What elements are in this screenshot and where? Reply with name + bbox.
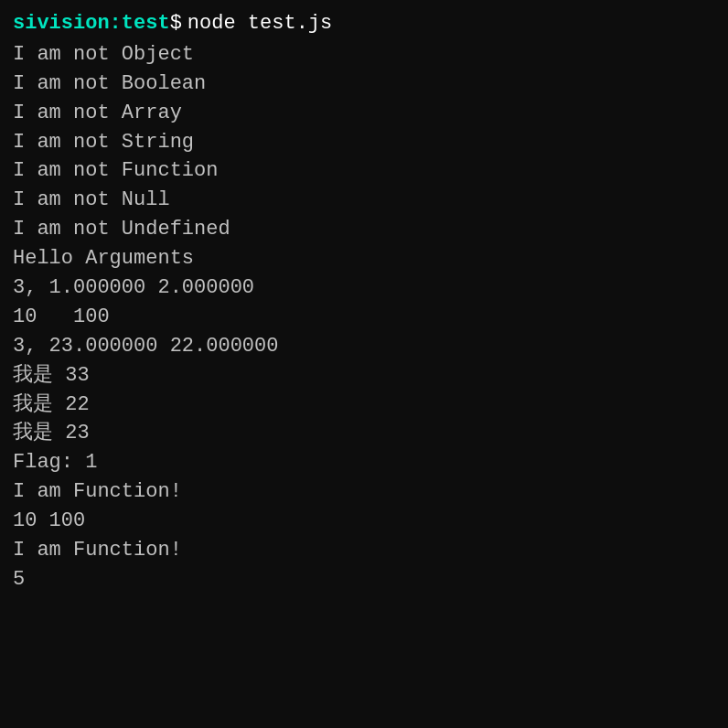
terminal-window: sivision:test $ node test.js I am not Ob…	[0, 0, 728, 728]
output-line: I am not Array	[13, 99, 715, 128]
output-line: Hello Arguments	[13, 244, 715, 273]
output-line: 3, 1.000000 2.000000	[13, 273, 715, 303]
prompt-dollar: $	[170, 9, 182, 38]
prompt-command: node test.js	[187, 9, 332, 38]
output-line: I am Function!	[13, 536, 715, 565]
output-line: 10 100	[13, 507, 715, 536]
output-line: I am not Function	[13, 156, 715, 186]
output-line: I am not Null	[13, 186, 715, 215]
output-line: 10 100	[13, 303, 715, 332]
output-line: 5	[13, 565, 715, 594]
output-line: 3, 23.000000 22.000000	[13, 332, 715, 361]
output-line: 我是 23	[13, 419, 715, 448]
output-line: Flag: 1	[13, 448, 715, 477]
output-line: 我是 33	[13, 361, 715, 391]
prompt-line: sivision:test $ node test.js	[13, 9, 715, 38]
output-line: I am not Boolean	[13, 70, 715, 99]
output-container: I am not ObjectI am not BooleanI am not …	[13, 40, 715, 594]
output-line: 我是 22	[13, 391, 715, 420]
output-line: I am not Object	[13, 40, 715, 70]
output-line: I am not Undefined	[13, 215, 715, 244]
output-line: I am Function!	[13, 477, 715, 507]
prompt-directory: sivision:test	[13, 9, 170, 38]
output-line: I am not String	[13, 128, 715, 157]
